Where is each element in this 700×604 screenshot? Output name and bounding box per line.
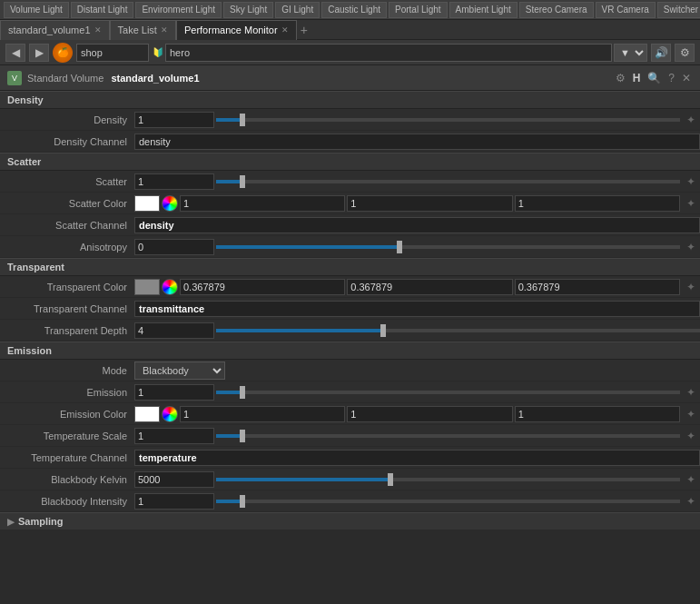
transparent-color-swatch[interactable] xyxy=(134,279,160,295)
nav-sound-button[interactable]: 🔊 xyxy=(651,44,671,62)
blackbody-intensity-slider-thumb[interactable] xyxy=(240,495,245,508)
emission-color-g[interactable] xyxy=(347,406,512,422)
transparent-color-b[interactable] xyxy=(515,279,680,295)
toolbar-environment-light[interactable]: Environment Light xyxy=(135,2,222,18)
emission-gear[interactable]: ✦ xyxy=(682,386,700,399)
mode-value-area: Blackbody xyxy=(134,361,700,380)
transparent-color-gear[interactable]: ✦ xyxy=(682,281,700,293)
emission-color-swatch[interactable] xyxy=(134,406,160,422)
scatter-color-gear[interactable]: ✦ xyxy=(682,197,700,210)
emission-input[interactable] xyxy=(134,384,214,401)
nav-dropdown[interactable]: ▼ xyxy=(614,44,647,62)
density-gear[interactable]: ✦ xyxy=(682,114,700,126)
temp-scale-gear[interactable]: ✦ xyxy=(682,430,700,442)
nav-logo[interactable]: 🍊 xyxy=(53,43,73,63)
panel-close-button[interactable]: ✕ xyxy=(680,72,693,84)
tab-take-list[interactable]: Take List ✕ xyxy=(110,20,176,40)
panel-help-button[interactable]: ? xyxy=(666,72,676,84)
nav-path-input[interactable] xyxy=(165,44,612,62)
anisotropy-input[interactable] xyxy=(134,239,214,255)
nav-shop-input[interactable] xyxy=(76,44,149,62)
transparent-color-r[interactable] xyxy=(180,279,345,295)
tabs-bar: standard_volume1 ✕ Take List ✕ Performan… xyxy=(0,20,700,40)
anisotropy-slider[interactable] xyxy=(216,245,680,249)
emission-color-wheel[interactable] xyxy=(162,406,178,422)
toolbar-portal-light[interactable]: Portal Light xyxy=(389,2,448,18)
scatter-color-value-area: ✦ xyxy=(134,195,700,212)
panel-settings-button[interactable]: ⚙ xyxy=(614,72,627,84)
blackbody-intensity-slider[interactable] xyxy=(216,500,680,503)
anisotropy-slider-fill xyxy=(216,245,401,249)
transparent-color-g[interactable] xyxy=(347,279,512,295)
add-tab-button[interactable]: + xyxy=(297,23,311,37)
transparent-color-label: Transparent Color xyxy=(0,282,134,292)
density-slider-thumb[interactable] xyxy=(240,114,245,126)
nav-back-button[interactable]: ◀ xyxy=(5,44,25,62)
mode-dropdown[interactable]: Blackbody xyxy=(134,361,225,380)
toolbar-caustic-light[interactable]: Caustic Light xyxy=(321,2,387,18)
toolbar-gi-light[interactable]: GI Light xyxy=(275,2,320,18)
toolbar-volume-light[interactable]: Volume Light xyxy=(4,2,69,18)
transparent-channel-label: Transparent Channel xyxy=(0,303,134,314)
scatter-channel-label: Scatter Channel xyxy=(0,220,134,231)
tab-standard-volume[interactable]: standard_volume1 ✕ xyxy=(0,20,110,40)
panel-h-button[interactable]: H xyxy=(631,72,643,84)
emission-color-b[interactable] xyxy=(515,406,680,422)
tab-label: Performance Monitor xyxy=(184,25,278,35)
temp-scale-slider[interactable] xyxy=(216,434,680,438)
emission-color-inputs xyxy=(180,406,680,422)
sampling-section[interactable]: ▶ Sampling xyxy=(0,512,700,530)
toolbar-switcher[interactable]: Switcher xyxy=(657,2,700,18)
temp-channel-input[interactable] xyxy=(134,450,700,466)
blackbody-kelvin-slider-thumb[interactable] xyxy=(388,473,393,486)
tab-performance-monitor[interactable]: Performance Monitor ✕ xyxy=(176,20,297,40)
transparent-channel-input[interactable] xyxy=(134,301,700,317)
blackbody-kelvin-gear[interactable]: ✦ xyxy=(682,473,700,486)
blackbody-intensity-input[interactable] xyxy=(134,493,214,510)
panel-type: Standard Volume xyxy=(27,73,104,84)
scatter-channel-input[interactable] xyxy=(134,217,700,233)
emission-color-r[interactable] xyxy=(180,406,345,422)
transparent-depth-slider[interactable] xyxy=(216,329,700,332)
tab-close-take-list[interactable]: ✕ xyxy=(161,25,168,35)
scatter-slider-thumb[interactable] xyxy=(240,175,245,188)
nav-forward-button[interactable]: ▶ xyxy=(29,44,49,62)
transparent-depth-input[interactable] xyxy=(134,322,214,339)
density-channel-row: Density Channel xyxy=(0,131,700,153)
emission-slider-thumb[interactable] xyxy=(240,386,245,399)
toolbar-ambient-light[interactable]: Ambient Light xyxy=(449,2,518,18)
scatter-color-b[interactable] xyxy=(515,195,680,212)
toolbar-vr-camera[interactable]: VR Camera xyxy=(596,2,656,18)
nav-settings-button[interactable]: ⚙ xyxy=(675,44,695,62)
anisotropy-gear[interactable]: ✦ xyxy=(682,241,700,253)
emission-color-gear[interactable]: ✦ xyxy=(682,408,700,421)
scatter-input[interactable] xyxy=(134,173,214,190)
density-slider[interactable] xyxy=(216,118,680,122)
tab-close-standard-volume[interactable]: ✕ xyxy=(94,25,102,35)
anisotropy-value-area: ✦ xyxy=(134,239,700,255)
density-channel-input[interactable] xyxy=(134,134,700,150)
temp-scale-input[interactable] xyxy=(134,428,214,444)
temp-scale-slider-thumb[interactable] xyxy=(240,430,245,442)
transparent-color-row: Transparent Color ✦ xyxy=(0,276,700,298)
density-input[interactable] xyxy=(134,112,214,128)
blackbody-kelvin-slider[interactable] xyxy=(216,478,680,481)
tab-close-performance-monitor[interactable]: ✕ xyxy=(281,25,289,35)
scatter-color-wheel[interactable] xyxy=(162,195,178,212)
emission-label: Emission xyxy=(0,387,134,398)
toolbar-distant-light[interactable]: Distant Light xyxy=(71,2,134,18)
panel-search-button[interactable]: 🔍 xyxy=(646,72,663,84)
toolbar-sky-light[interactable]: Sky Light xyxy=(223,2,273,18)
scatter-color-g[interactable] xyxy=(347,195,512,212)
scatter-gear[interactable]: ✦ xyxy=(682,175,700,188)
blackbody-intensity-gear[interactable]: ✦ xyxy=(682,495,700,508)
scatter-color-swatch[interactable] xyxy=(134,195,160,212)
anisotropy-slider-thumb[interactable] xyxy=(397,241,402,253)
transparent-color-wheel[interactable] xyxy=(162,279,178,295)
toolbar-stereo-camera[interactable]: Stereo Camera xyxy=(519,2,594,18)
scatter-slider[interactable] xyxy=(216,180,680,183)
emission-slider[interactable] xyxy=(216,391,680,394)
scatter-color-r[interactable] xyxy=(180,195,345,212)
transparent-depth-slider-thumb[interactable] xyxy=(380,324,386,337)
blackbody-kelvin-input[interactable] xyxy=(134,471,214,488)
